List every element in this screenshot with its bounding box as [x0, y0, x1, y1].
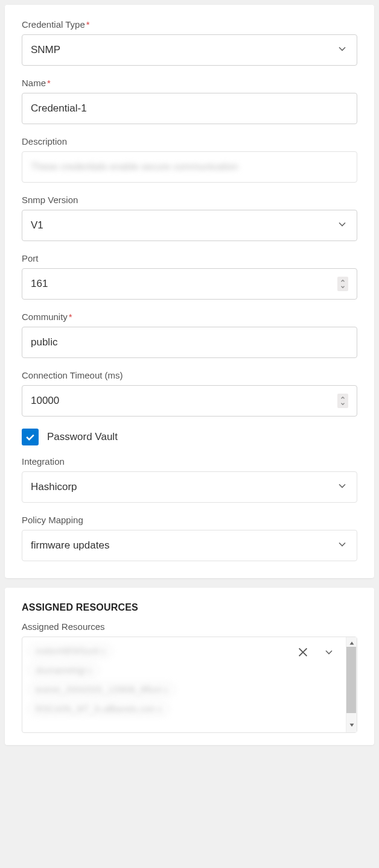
assigned-resources-heading: ASSIGNED RESOURCES	[22, 602, 357, 613]
credential-form-card: Credential Type* SNMP Name* Description …	[5, 5, 374, 578]
policy-mapping-label: Policy Mapping	[22, 515, 357, 525]
credential-type-field: Credential Type* SNMP	[22, 19, 357, 66]
community-input[interactable]	[31, 336, 348, 348]
assigned-resources-multiselect[interactable]: motionNEWSunit x skumametrigt x testnet_…	[22, 637, 357, 733]
resource-chip[interactable]: RISCA/IN_WT_fo.allbanets.com x	[28, 702, 169, 716]
integration-value: Hashicorp	[31, 481, 77, 493]
community-label: Community*	[22, 312, 357, 322]
port-label: Port	[22, 253, 357, 263]
integration-field: Integration Hashicorp	[22, 456, 357, 503]
assigned-resources-label: Assigned Resources	[22, 621, 357, 632]
description-blurred-text: These credentials enable secure communic…	[31, 162, 238, 172]
resource-chip[interactable]: motionNEWSunit x	[28, 644, 112, 658]
snmp-version-value: V1	[31, 219, 43, 231]
number-stepper[interactable]	[337, 394, 348, 408]
chevron-down-icon	[336, 43, 348, 58]
port-input-wrap	[22, 268, 357, 300]
snmp-version-label: Snmp Version	[22, 195, 357, 205]
scroll-thumb[interactable]	[346, 647, 356, 713]
integration-label: Integration	[22, 456, 357, 467]
required-star: *	[69, 312, 72, 322]
chevron-down-icon	[336, 538, 348, 553]
name-label: Name*	[22, 78, 357, 88]
chevron-down-icon	[336, 480, 348, 495]
snmp-version-field: Snmp Version V1	[22, 195, 357, 241]
port-input[interactable]	[31, 278, 337, 290]
stepper-down-icon	[340, 284, 346, 290]
svg-marker-2	[349, 642, 354, 645]
number-stepper[interactable]	[337, 277, 348, 291]
credential-type-value: SNMP	[31, 44, 60, 56]
port-field: Port	[22, 253, 357, 300]
resource-chip[interactable]: skumametrigt x	[28, 663, 99, 678]
name-input[interactable]	[31, 102, 348, 115]
required-star: *	[86, 19, 90, 30]
assigned-resources-card: ASSIGNED RESOURCES Assigned Resources mo…	[5, 588, 374, 745]
policy-mapping-select[interactable]: firmware updates	[22, 530, 357, 561]
scroll-down-icon[interactable]	[348, 720, 355, 731]
svg-marker-3	[349, 724, 354, 727]
timeout-input-wrap	[22, 385, 357, 417]
timeout-input[interactable]	[31, 395, 337, 407]
stepper-down-icon	[340, 401, 346, 407]
policy-mapping-value: firmware updates	[31, 539, 109, 552]
required-star: *	[47, 78, 51, 88]
description-field: Description These credentials enable sec…	[22, 136, 357, 183]
policy-mapping-field: Policy Mapping firmware updates	[22, 515, 357, 561]
credential-type-label: Credential Type*	[22, 19, 357, 30]
stepper-up-icon	[340, 395, 346, 401]
snmp-version-select[interactable]: V1	[22, 210, 357, 241]
chevron-down-icon[interactable]	[323, 646, 335, 661]
description-input[interactable]: These credentials enable secure communic…	[22, 151, 357, 183]
community-field: Community*	[22, 312, 357, 358]
password-vault-label: Password Vault	[47, 431, 118, 443]
check-icon	[24, 431, 36, 443]
integration-select[interactable]: Hashicorp	[22, 471, 357, 503]
password-vault-row: Password Vault	[22, 429, 357, 445]
description-label: Description	[22, 136, 357, 146]
resource-chip[interactable]: testnet_20042020_120838_Bflunt x	[28, 682, 175, 697]
scrollbar[interactable]	[346, 637, 357, 732]
name-input-wrap	[22, 93, 357, 124]
stepper-up-icon	[340, 278, 346, 284]
name-field: Name*	[22, 78, 357, 124]
community-input-wrap	[22, 327, 357, 358]
credential-type-select[interactable]: SNMP	[22, 34, 357, 66]
timeout-field: Connection Timeout (ms)	[22, 370, 357, 417]
multiselect-controls	[296, 646, 335, 661]
password-vault-checkbox[interactable]	[22, 429, 39, 445]
chevron-down-icon	[336, 218, 348, 233]
timeout-label: Connection Timeout (ms)	[22, 370, 357, 380]
clear-icon[interactable]	[296, 646, 310, 661]
